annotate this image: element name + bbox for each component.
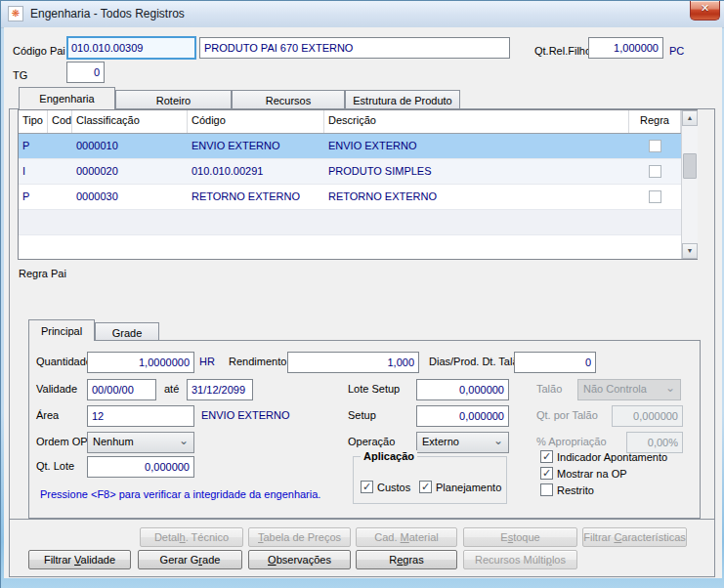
button-estoque: Estoque: [463, 527, 577, 547]
rendimento-input[interactable]: [287, 352, 419, 373]
column-header-codigo: Código: [188, 110, 324, 133]
button-recursos-multiplos: Recursos Múltiplos: [463, 550, 577, 569]
checkbox-label: Planejamento: [436, 482, 501, 493]
tg-label: TG: [13, 69, 27, 81]
cell-descricao: ENVIO EXTERNO: [324, 134, 629, 158]
validade-ate-input[interactable]: [187, 379, 253, 400]
cell-regra: [629, 134, 681, 158]
tab-recursos[interactable]: Recursos: [232, 90, 345, 108]
checkbox-label: Restrito: [557, 484, 594, 496]
close-button[interactable]: ✕: [690, 1, 720, 21]
checkbox-restrito[interactable]: Restrito: [540, 483, 594, 496]
apropriacao-label: % Apropriação: [536, 436, 607, 447]
titlebar[interactable]: ❋ Engenharia - Todos Registros: [1, 1, 724, 28]
qt-rel-filho-label: Qt.Rel.Filho: [534, 45, 591, 57]
cell-cod: [48, 134, 72, 158]
button-gerar-grade[interactable]: Gerar Grade: [138, 550, 242, 569]
checkbox-custos[interactable]: ✓Custos: [361, 481, 410, 493]
regra-checkbox[interactable]: [649, 190, 661, 203]
table-scrollbar[interactable]: ▲ ▼: [681, 110, 698, 259]
quantidade-input[interactable]: [87, 352, 194, 373]
validade-input[interactable]: [87, 379, 156, 400]
checkbox-box: ✓: [540, 467, 553, 480]
cell-tipo: P: [19, 185, 48, 209]
tab-estrutura-de-produto[interactable]: Estrutura de Produto: [345, 90, 460, 108]
cell-cod: [48, 235, 72, 260]
ate-label: até: [164, 383, 179, 395]
regra-checkbox[interactable]: [649, 140, 661, 152]
checkbox-indicador-apontamento[interactable]: ✓Indicador Apontamento: [540, 450, 667, 463]
table-row[interactable]: [19, 235, 697, 260]
cell-regra: [629, 185, 681, 209]
table-row[interactable]: P0000010ENVIO EXTERNOENVIO EXTERNO: [19, 134, 697, 159]
column-header-classificacao: Classificação: [72, 110, 188, 133]
column-header-descricao: Descrição: [324, 110, 629, 133]
cell-descricao: [324, 210, 629, 234]
cell-cod: [48, 185, 72, 209]
checkbox-planejamento[interactable]: ✓Planejamento: [419, 481, 501, 493]
window-title: Engenharia - Todos Registros: [30, 7, 185, 21]
column-header-regra: Regra: [629, 110, 681, 133]
cell-descricao: RETORNO EXTERNO: [324, 185, 629, 209]
button-observacoes[interactable]: Observações: [248, 550, 351, 569]
rendimento-label: Rendimento: [229, 356, 286, 367]
cell-classificacao: [72, 235, 188, 260]
cell-tipo: P: [19, 134, 48, 158]
cell-descricao: [324, 235, 629, 260]
ordem-op-value: Nenhum: [93, 436, 134, 447]
produto-descricao-input[interactable]: [199, 37, 510, 59]
app-icon: ❋: [8, 6, 23, 21]
cell-codigo: [188, 235, 324, 260]
button-filtrar-caracteristicas: Filtrar Características: [582, 527, 687, 547]
operacao-value: Externo: [422, 436, 459, 447]
dias-prod-label: Dias/Prod. Dt. Talão: [429, 356, 525, 367]
regra-pai-label: Regra Pai: [19, 268, 66, 279]
area-input[interactable]: [87, 405, 194, 427]
setup-label: Setup: [348, 409, 376, 421]
cell-tipo: I: [19, 159, 48, 184]
aplicacao-label: Aplicação: [361, 450, 417, 462]
engenharia-window: ❋ Engenharia - Todos Registros ✕ Código …: [0, 0, 724, 588]
checkbox-label: Mostrar na OP: [557, 468, 627, 480]
table-row[interactable]: I0000020010.010.00291PRODUTO SIMPLES: [19, 159, 697, 185]
cell-classificacao: 0000020: [72, 159, 188, 184]
regra-checkbox[interactable]: [649, 165, 661, 178]
quantidade-label: Quantidade: [36, 356, 92, 367]
checkbox-box: ✓: [361, 481, 373, 493]
cell-regra: [629, 210, 681, 234]
qt-rel-filho-input[interactable]: [588, 37, 663, 59]
table-row[interactable]: P0000030RETORNO EXTERNORETORNO EXTERNO: [19, 185, 697, 210]
cell-codigo: RETORNO EXTERNO: [188, 185, 324, 209]
operacao-label: Operação: [348, 436, 395, 447]
cell-tipo: [19, 235, 48, 260]
lote-setup-input[interactable]: [416, 379, 509, 400]
scroll-up-button[interactable]: ▲: [682, 110, 698, 126]
ordem-op-label: Ordem OP: [36, 436, 88, 447]
checkbox-label: Indicador Apontamento: [557, 451, 667, 463]
codigo-pai-input[interactable]: [66, 36, 196, 60]
cell-classificacao: 0000010: [72, 134, 188, 158]
cell-cod: [48, 159, 72, 184]
table-row[interactable]: [19, 210, 697, 235]
button-filtrar-validade[interactable]: Filtrar Validade: [28, 550, 131, 569]
button-regras[interactable]: Regras: [356, 550, 457, 569]
scroll-down-button[interactable]: ▼: [682, 243, 698, 259]
ordem-op-select[interactable]: Nenhum ⌄: [87, 432, 194, 453]
button-detalh-tecnico: Detalh. Técnico: [140, 527, 243, 547]
scroll-up-icon: ▲: [687, 114, 694, 121]
checkbox-mostrar-na-op[interactable]: ✓Mostrar na OP: [540, 467, 627, 480]
operacao-select[interactable]: Externo ⌄: [416, 432, 509, 453]
tab-principal[interactable]: Principal: [28, 319, 95, 341]
tab-engenharia[interactable]: Engenharia: [19, 87, 115, 109]
cell-tipo: [19, 210, 48, 234]
tab-roteiro[interactable]: Roteiro: [115, 90, 232, 108]
dias-prod-input[interactable]: [514, 352, 596, 373]
setup-input[interactable]: [416, 405, 509, 427]
qt-lote-input[interactable]: [87, 456, 194, 478]
scrollbar-thumb[interactable]: [683, 153, 697, 179]
tg-input[interactable]: [66, 62, 105, 83]
tab-grade[interactable]: Grade: [95, 322, 159, 340]
checkbox-label: Custos: [377, 482, 410, 493]
engineering-records-table: TipoCodClassificaçãoCódigoDescriçãoRegra…: [18, 109, 698, 260]
column-header-tipo: Tipo: [19, 110, 48, 133]
